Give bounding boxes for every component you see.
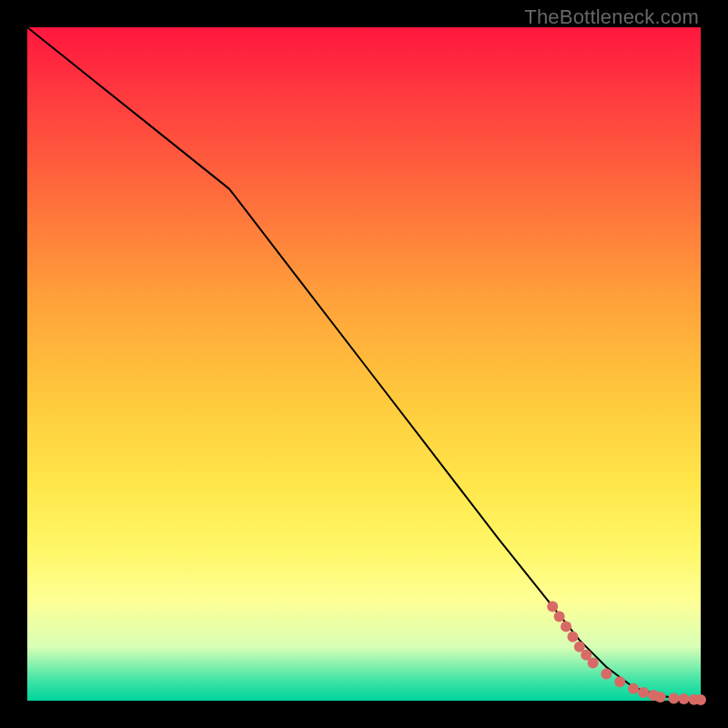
data-point [628, 683, 639, 694]
chart-frame: TheBottleneck.com [0, 0, 728, 728]
chart-overlay [27, 27, 701, 701]
bottleneck-curve [27, 27, 701, 700]
data-point [614, 676, 625, 687]
data-point [547, 601, 558, 612]
data-point [679, 693, 690, 704]
data-points-group [547, 601, 706, 705]
plot-area [27, 27, 701, 701]
data-point [668, 693, 679, 703]
data-point [638, 687, 649, 698]
data-point [561, 622, 571, 632]
watermark-text: TheBottleneck.com [524, 5, 699, 29]
data-point [655, 692, 666, 703]
data-point [601, 668, 612, 679]
data-point [554, 612, 565, 622]
data-point [695, 694, 706, 705]
data-point [588, 658, 599, 669]
data-point [567, 632, 578, 642]
